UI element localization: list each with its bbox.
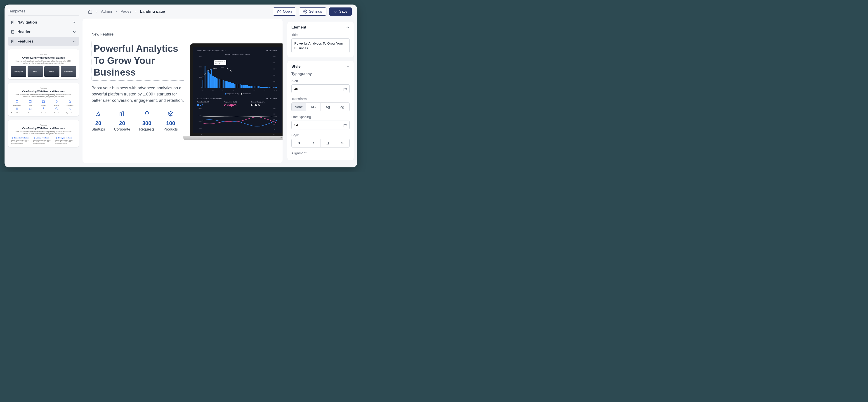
stat-value: 20 (92, 120, 105, 126)
button-label: Settings (309, 9, 322, 13)
chart-tooltip: Bounce Rate 7s 57.1% (214, 60, 226, 65)
preview-canvas[interactable]: New Feature Powerful Analytics To Grow Y… (83, 19, 283, 163)
feature-icon (55, 107, 58, 110)
field-label: Transform (291, 97, 350, 101)
breadcrumb-item[interactable]: Pages (121, 9, 131, 14)
style-option[interactable]: U (320, 139, 335, 147)
feature-icon (16, 100, 19, 103)
sidebar-title: Templates (8, 9, 79, 16)
style-panel: Style Typography Size px Transform NoneA… (287, 61, 354, 160)
stat-value: 20 (114, 120, 130, 126)
preview-headline: Powerful Analytics To Grow Your Business (94, 43, 182, 79)
svg-rect-26 (122, 112, 124, 116)
section-label: Typography (291, 72, 350, 76)
linespacing-input[interactable]: px (291, 121, 350, 130)
template-desc: Boost your business with advanced analyt… (10, 60, 77, 64)
stat-label: Products (163, 127, 178, 132)
open-button[interactable]: Open (273, 7, 296, 16)
breadcrumb-item[interactable]: Admin (101, 9, 112, 14)
template-column: Manage your teamRecusandae nemo magni ve… (33, 137, 54, 145)
stat-value: 300 (139, 120, 155, 126)
template-columns: Connect with startupsRecusandae nemo mag… (10, 137, 77, 145)
field-label: Line Spacing (291, 115, 350, 119)
template-card[interactable]: Features Overflowing With Practical Feat… (8, 49, 79, 80)
chevron-up-icon[interactable] (346, 25, 350, 29)
svg-rect-9 (29, 101, 31, 103)
chevron-down-icon (72, 30, 76, 34)
external-link-icon (277, 9, 281, 13)
laptop-brand: MacBook P (281, 137, 283, 138)
template-icon-cell: Startups (51, 100, 63, 106)
line-chart: 150K100K100K50K0 100%100%75%50%25%0% (197, 108, 278, 135)
stat-label: Startups (92, 127, 105, 132)
check-icon (333, 9, 338, 13)
settings-button[interactable]: Settings (299, 7, 327, 16)
template-icon-cell: News (24, 100, 37, 106)
template-card[interactable]: Features Overflowing With Practical Feat… (8, 83, 79, 116)
chart-title: PAGE VIEWS VS ONLOAD (197, 98, 222, 100)
style-option[interactable]: S (335, 139, 349, 147)
svg-point-22 (56, 137, 57, 139)
transform-option[interactable]: AG (306, 103, 320, 111)
stat-item[interactable]: 100Products (163, 111, 178, 132)
button-label: Open (283, 9, 292, 13)
template-thumb: Companies (61, 66, 76, 77)
stat-item[interactable]: 20Corporate (114, 111, 130, 132)
stat-icon (119, 111, 125, 117)
chevron-up-icon[interactable] (346, 64, 350, 68)
style-option[interactable]: I (306, 139, 320, 147)
unit-label: px (340, 85, 350, 93)
sidebar-item-features[interactable]: Features (8, 37, 79, 46)
gear-icon (303, 9, 307, 13)
stat-icon (167, 111, 174, 117)
feature-icon (55, 100, 58, 103)
svg-point-24 (305, 11, 306, 12)
preview-subcopy[interactable]: Boost your business with advanced analyt… (92, 85, 184, 104)
breadcrumb-current: Landing page (140, 9, 165, 14)
template-card[interactable]: Features Overflowing With Practical Feat… (8, 120, 79, 147)
template-icon-cell: Requests (37, 107, 50, 114)
template-thumb: News (28, 66, 43, 77)
preview-tagline[interactable]: New Feature (92, 32, 184, 37)
save-button[interactable]: Save (329, 7, 352, 16)
template-icon-cell: Events (37, 100, 50, 106)
transform-option[interactable]: ag (335, 103, 349, 111)
field-label: Alignment (291, 151, 350, 155)
feature-icon (29, 107, 32, 110)
topbar: Admin Pages Landing page Open Settings S… (83, 4, 357, 19)
stat-item[interactable]: 300Requests (139, 111, 155, 132)
style-option[interactable]: B (291, 139, 306, 147)
chart-title: LOAD TIME VS BOUNCE RATE (197, 50, 226, 52)
template-icon-grid: MarketplaceNewsEventsStartupsCompaniesRe… (10, 100, 77, 114)
selected-element[interactable]: Powerful Analytics To Grow Your Business (92, 41, 184, 81)
template-title: Overflowing With Practical Features (10, 90, 77, 93)
feature-icon (68, 100, 72, 103)
stat-label: Requests (139, 127, 155, 132)
template-category: Features (10, 124, 77, 126)
linespacing-value[interactable] (291, 121, 340, 129)
transform-segment: NoneAGAgag (291, 103, 350, 111)
sidebar-item-navigation[interactable]: Navigation (8, 18, 79, 27)
style-segment: BIUS (291, 139, 350, 147)
unit-label: px (340, 121, 350, 129)
template-title: Overflowing With Practical Features (10, 127, 77, 130)
chevron-right-icon (95, 10, 98, 13)
chart-options: ⚙ OPTIONS (266, 98, 278, 100)
stat-item[interactable]: 20Startups (92, 111, 105, 132)
chevron-right-icon (134, 10, 137, 13)
sidebar-item-header[interactable]: Header (8, 27, 79, 36)
transform-option[interactable]: Ag (320, 103, 335, 111)
template-icon-cell: Companies (64, 100, 76, 106)
feature-icon (42, 100, 45, 103)
svg-point-20 (11, 137, 13, 139)
size-input[interactable]: px (291, 84, 350, 93)
title-input[interactable]: Powerful Analytics To Grow Your Business (291, 38, 350, 53)
svg-rect-13 (69, 101, 70, 103)
feature-icon (29, 100, 32, 103)
chart-options: ⚙ OPTIONS (266, 50, 278, 52)
svg-line-23 (279, 10, 281, 12)
home-icon[interactable] (88, 9, 92, 14)
svg-rect-14 (70, 101, 71, 103)
size-value[interactable] (291, 85, 340, 93)
transform-option[interactable]: None (291, 103, 306, 111)
